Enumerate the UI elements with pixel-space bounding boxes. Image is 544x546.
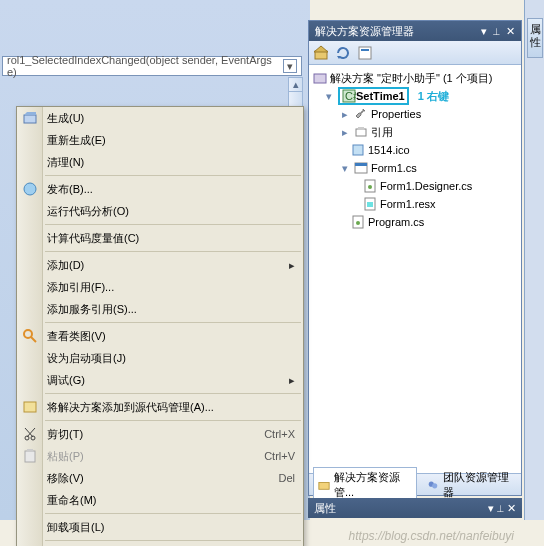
- svg-rect-16: [367, 202, 373, 207]
- collapse-icon[interactable]: ▾: [323, 90, 335, 103]
- wrench-icon: [354, 107, 368, 121]
- pin-icon[interactable]: ⟂: [493, 25, 500, 38]
- menu-rename[interactable]: 重命名(M): [17, 489, 303, 511]
- cs-file-icon: [363, 179, 377, 193]
- combo-text: rol1_SelectedIndexChanged(object sender,…: [7, 54, 283, 78]
- combobox[interactable]: rol1_SelectedIndexChanged(object sender,…: [2, 56, 302, 76]
- svg-point-24: [24, 183, 36, 195]
- solution-icon: [313, 71, 327, 85]
- menu-paste: 粘贴(P)Ctrl+V: [17, 445, 303, 467]
- svg-rect-5: [314, 74, 326, 83]
- search-icon: [22, 328, 38, 344]
- menu-add[interactable]: 添加(D)▸: [17, 254, 303, 276]
- solution-root[interactable]: 解决方案 "定时小助手" (1 个项目): [309, 69, 521, 87]
- tree-node[interactable]: ▾Form1.cs: [309, 159, 521, 177]
- svg-rect-32: [25, 451, 35, 462]
- menu-debug[interactable]: 调试(G)▸: [17, 369, 303, 391]
- tree-node[interactable]: Form1.Designer.cs: [309, 177, 521, 195]
- chevron-down-icon[interactable]: ▾: [283, 59, 297, 73]
- annotation-1: 1 右键: [418, 89, 449, 104]
- menu-add-service[interactable]: 添加服务引用(S)...: [17, 298, 303, 320]
- svg-rect-12: [355, 163, 367, 166]
- folder-icon: [318, 479, 330, 491]
- svg-rect-8: [356, 129, 366, 136]
- dropdown-icon[interactable]: ▾: [481, 25, 487, 38]
- svg-point-25: [24, 330, 32, 338]
- properties-titlebar: 属性 ▾ ⟂ ✕: [308, 498, 522, 518]
- team-icon: [427, 479, 439, 491]
- tab-team-explorer[interactable]: 团队资源管理器: [423, 468, 517, 502]
- svg-rect-4: [361, 49, 369, 51]
- close-icon[interactable]: ✕: [506, 25, 515, 38]
- dropdown-icon[interactable]: ▾: [488, 502, 494, 514]
- project-node[interactable]: ▾ C# SetTime1 1 右键: [309, 87, 521, 105]
- project-highlight: C# SetTime1: [338, 87, 409, 105]
- chevron-right-icon: ▸: [289, 374, 295, 387]
- svg-rect-10: [353, 145, 363, 155]
- svg-line-26: [31, 337, 36, 342]
- tree-node[interactable]: ▸引用: [309, 123, 521, 141]
- resx-icon: [363, 197, 377, 211]
- tree-node[interactable]: Form1.resx: [309, 195, 521, 213]
- panel-titlebar: 解决方案资源管理器 ▾ ⟂ ✕: [309, 21, 521, 41]
- tree-node[interactable]: 1514.ico: [309, 141, 521, 159]
- properties-tab[interactable]: 属性: [527, 18, 543, 58]
- tab-solution-explorer[interactable]: 解决方案资源管...: [313, 467, 417, 502]
- refresh-icon[interactable]: [335, 45, 351, 61]
- menu-rebuild[interactable]: 重新生成(E): [17, 129, 303, 151]
- solution-explorer-panel: 解决方案资源管理器 ▾ ⟂ ✕ 解决方案 "定时小助手" (1 个项目) ▾ C…: [308, 20, 522, 496]
- cs-file-icon: [351, 215, 365, 229]
- menu-code-metrics[interactable]: 计算代码度量值(C): [17, 227, 303, 249]
- references-icon: [354, 125, 368, 139]
- close-icon[interactable]: ✕: [507, 502, 516, 514]
- menu-remove[interactable]: 移除(V)Del: [17, 467, 303, 489]
- build-icon: [22, 110, 38, 126]
- chevron-right-icon: ▸: [289, 259, 295, 272]
- source-control-icon: [22, 399, 38, 415]
- ico-file-icon: [351, 143, 365, 157]
- watermark: https://blog.csdn.net/nanfeibuyi: [349, 529, 514, 543]
- svg-rect-19: [319, 482, 329, 489]
- properties-title: 属性: [314, 501, 336, 516]
- menu-publish[interactable]: 发布(B)...: [17, 178, 303, 200]
- paste-icon: [22, 448, 38, 464]
- svg-rect-27: [24, 402, 36, 412]
- menu-build[interactable]: 生成(U): [17, 107, 303, 129]
- csproj-icon: C#: [342, 89, 356, 103]
- context-menu: 生成(U) 重新生成(E) 清理(N) 发布(B)... 运行代码分析(O) 计…: [16, 106, 304, 546]
- pin-icon[interactable]: ⟂: [497, 502, 504, 514]
- menu-clean[interactable]: 清理(N): [17, 151, 303, 173]
- home-icon[interactable]: [313, 45, 329, 61]
- panel-toolbar: [309, 41, 521, 65]
- svg-rect-33: [27, 449, 33, 452]
- publish-icon: [22, 181, 38, 197]
- svg-marker-23: [24, 112, 36, 115]
- tree-node[interactable]: ▸Properties: [309, 105, 521, 123]
- svg-marker-1: [314, 46, 328, 52]
- menu-cut[interactable]: 剪切(T)Ctrl+X: [17, 423, 303, 445]
- tree-node[interactable]: Program.cs: [309, 213, 521, 231]
- svg-text:C#: C#: [345, 90, 356, 102]
- cut-icon: [22, 426, 38, 442]
- menu-add-reference[interactable]: 添加引用(F)...: [17, 276, 303, 298]
- menu-class-diagram[interactable]: 查看类图(V): [17, 325, 303, 347]
- menu-add-source-control[interactable]: 将解决方案添加到源代码管理(A)...: [17, 396, 303, 418]
- menu-unload[interactable]: 卸载项目(L): [17, 516, 303, 538]
- scroll-up-icon[interactable]: ▴: [289, 78, 302, 92]
- show-all-icon[interactable]: [357, 45, 373, 61]
- menu-code-analysis[interactable]: 运行代码分析(O): [17, 200, 303, 222]
- svg-rect-9: [358, 127, 364, 130]
- panel-tabs: 解决方案资源管... 团队资源管理器: [309, 473, 521, 495]
- panel-title-text: 解决方案资源管理器: [315, 24, 414, 39]
- svg-point-14: [368, 185, 372, 189]
- menu-startup[interactable]: 设为启动项目(J): [17, 347, 303, 369]
- form-icon: [354, 161, 368, 175]
- side-dock: 属性: [524, 0, 544, 520]
- svg-rect-3: [359, 47, 371, 59]
- svg-point-18: [356, 221, 360, 225]
- svg-point-21: [432, 483, 437, 488]
- svg-rect-22: [24, 115, 36, 123]
- solution-tree: 解决方案 "定时小助手" (1 个项目) ▾ C# SetTime1 1 右键 …: [309, 65, 521, 235]
